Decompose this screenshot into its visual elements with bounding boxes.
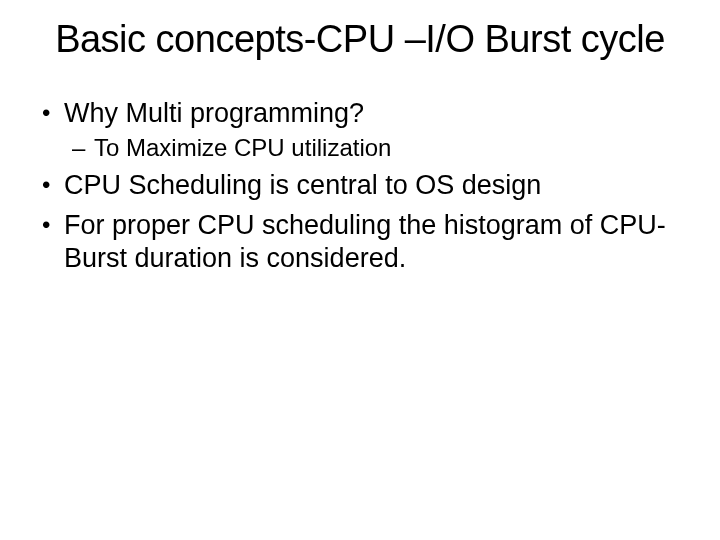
slide-content: Why Multi programming? To Maximize CPU u… (34, 97, 686, 276)
bullet-text: To Maximize CPU utilization (94, 134, 391, 161)
slide-title: Basic concepts-CPU –I/O Burst cycle (34, 18, 686, 61)
bullet-text: CPU Scheduling is central to OS design (64, 170, 541, 200)
list-item: To Maximize CPU utilization (64, 133, 686, 163)
slide: Basic concepts-CPU –I/O Burst cycle Why … (0, 0, 720, 540)
bullet-text: For proper CPU scheduling the histogram … (64, 210, 666, 274)
list-item: For proper CPU scheduling the histogram … (34, 209, 686, 277)
list-item: CPU Scheduling is central to OS design (34, 169, 686, 203)
sub-bullet-list: To Maximize CPU utilization (64, 133, 686, 163)
list-item: Why Multi programming? To Maximize CPU u… (34, 97, 686, 163)
bullet-text: Why Multi programming? (64, 98, 364, 128)
bullet-list: Why Multi programming? To Maximize CPU u… (34, 97, 686, 276)
